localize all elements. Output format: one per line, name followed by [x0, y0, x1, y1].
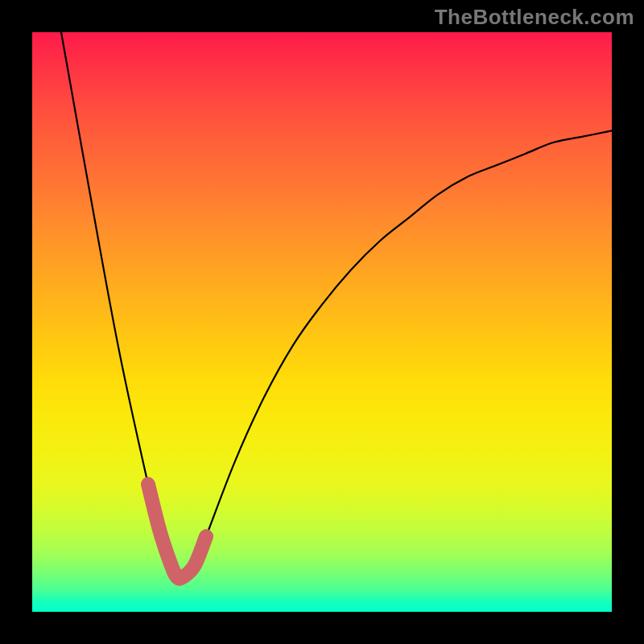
chart-frame: TheBottleneck.com: [0, 0, 644, 644]
attribution-text: TheBottleneck.com: [435, 5, 634, 30]
plot-area: [32, 32, 612, 612]
curve-svg: [32, 32, 612, 612]
highlight-segment: [148, 485, 206, 579]
